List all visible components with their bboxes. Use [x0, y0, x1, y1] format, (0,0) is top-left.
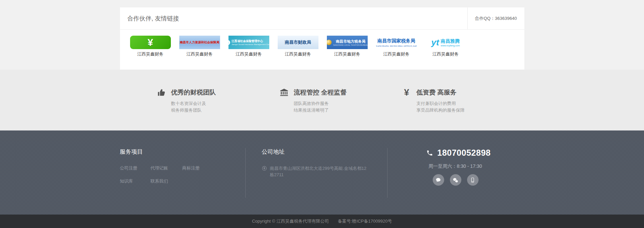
feature-title: 流程管控 全程监督 [294, 88, 347, 97]
partner-logos-row: ¥ 江西昊鑫财务 南昌市人力资源和社会保障局 江西昊鑫财务 S 江西省社会保险管… [120, 30, 524, 57]
business-hours: 周一至周六：8:30 - 17:30 [429, 163, 524, 169]
company-address: 南昌市青山湖区洪都北大道299号高能.金域名都12栋2711 [270, 165, 370, 178]
partners-header: 合作伙伴, 友情链接 合作QQ：363639640 [120, 7, 524, 30]
thumbs-up-icon [156, 88, 166, 97]
footer-link-trademark[interactable]: 商标注册 [182, 165, 245, 171]
banner-subtitle: www.ncyteng.com [441, 44, 460, 47]
social-icons-row [433, 174, 524, 186]
feature-low-fee: ¥ 低资费 高服务 支付兼职会计的费用 享受品牌机构的服务保障 [402, 88, 524, 114]
footer-link-bookkeeping[interactable]: 代理记账 [151, 165, 182, 171]
bank-icon [279, 88, 289, 97]
mobile-button[interactable] [467, 174, 479, 186]
top-section: 合作伙伴, 友情链接 合作QQ：363639640 ¥ 江西昊鑫财务 南昌市人力… [0, 0, 644, 70]
partner-logo-caption: 江西昊鑫财务 [425, 51, 466, 57]
feature-tax-team: 优秀的财税团队 数十名资深会计及 税务师服务团队 [156, 88, 279, 114]
partner-logo-image: S 江西省社会保险管理中心 Jiangxi Social Insurance M… [228, 36, 269, 49]
partners-title: 合作伙伴, 友情链接 [120, 7, 179, 29]
copyright-text: Copyright © 江西昊鑫税务代理有限公司 [252, 218, 329, 224]
banner-title: 江西省社会保险管理中心 [232, 39, 269, 43]
chat-bubble-icon [435, 177, 441, 183]
partner-logo-yateng[interactable]: yt 南昌雅腾 www.ncyteng.com 江西昊鑫财务 [425, 36, 466, 57]
location-pin-icon [262, 166, 267, 171]
partner-logo-image: yt 南昌雅腾 www.ncyteng.com [425, 36, 466, 49]
feature-description: 数十名资深会计及 税务师服务团队 [171, 100, 279, 114]
footer-services-column: 服务项目 公司注册 代理记账 商标注册 知识库 联系我们 [120, 148, 245, 198]
site-footer: 服务项目 公司注册 代理记账 商标注册 知识库 联系我们 公司地址 南昌市青山湖… [0, 130, 644, 215]
partner-logo-local-tax[interactable]: 南昌市地方税务局 NANCHANG LOCAL TAXATION BUREAU … [327, 36, 368, 57]
banner-title: 南昌雅腾 [441, 38, 460, 44]
footer-link-company-registration[interactable]: 公司注册 [120, 165, 151, 171]
partner-logo-image: ¥ [130, 36, 171, 49]
feature-description: 支付兼职会计的费用 享受品牌机构的服务保障 [417, 100, 524, 114]
banner-title: 南昌市人力资源和社会保障局 [180, 40, 219, 45]
partner-logo-national-tax[interactable]: 南昌市国家税务局 NANCHANG MUNICIPAL OFFICE,SAT 江… [376, 36, 417, 57]
wechat-button[interactable] [450, 174, 461, 186]
qq-chat-button[interactable] [433, 174, 444, 186]
banner-subtitle: NANCHANG LOCAL TAXATION BUREAU [333, 44, 368, 46]
yuan-icon: ¥ [402, 88, 412, 97]
feature-title: 优秀的财税团队 [171, 88, 216, 97]
partner-logo-image: 南昌市人力资源和社会保障局 [179, 36, 220, 49]
icp-license-link[interactable]: 备案号:赣ICP备17009920号 [338, 218, 392, 224]
partner-logo-caption: 江西昊鑫财务 [278, 51, 318, 57]
banner-title: 南昌市国家税务局 [377, 38, 415, 44]
partner-logo-finance-bureau[interactable]: 南昌市财政局 江西昊鑫财务 [278, 36, 318, 57]
banner-title: 南昌市财政局 [285, 39, 311, 45]
footer-link-knowledge-base[interactable]: 知识库 [120, 178, 151, 184]
footer-link-contact-us[interactable]: 联系我们 [151, 178, 182, 184]
partners-panel: 合作伙伴, 友情链接 合作QQ：363639640 ¥ 江西昊鑫财务 南昌市人力… [120, 7, 524, 70]
phone-number: 18070052898 [437, 148, 491, 158]
features-band: 优秀的财税团队 数十名资深会计及 税务师服务团队 流程管控 全程监督 团队高效协… [0, 70, 644, 130]
banner-subtitle: Jiangxi Social Insurance Management Cent… [232, 43, 269, 45]
services-heading: 服务项目 [120, 148, 245, 156]
banner-subtitle: NANCHANG MUNICIPAL OFFICE,SAT [376, 45, 417, 47]
partner-logo-caption: 江西昊鑫财务 [179, 51, 220, 57]
partner-logo-caption: 江西昊鑫财务 [376, 51, 417, 57]
yt-monogram-icon: yt [431, 38, 439, 47]
feature-process-control: 流程管控 全程监督 团队高效协作服务 结果推送清晰明了 [279, 88, 402, 114]
partner-logo-image: 南昌市国家税务局 NANCHANG MUNICIPAL OFFICE,SAT [376, 36, 417, 49]
footer-address-column: 公司地址 南昌市青山湖区洪都北大道299号高能.金域名都12栋2711 [246, 148, 387, 198]
address-heading: 公司地址 [262, 148, 387, 156]
partner-logo-caption: 江西昊鑫财务 [228, 51, 269, 57]
banner-title: 南昌市地方税务局 [333, 39, 368, 44]
feature-description: 团队高效协作服务 结果推送清晰明了 [294, 100, 402, 114]
mobile-phone-icon [469, 177, 476, 183]
copyright-bar: Copyright © 江西昊鑫税务代理有限公司 备案号:赣ICP备170099… [0, 215, 644, 228]
s-badge-icon: S [228, 40, 230, 45]
yuan-emblem-icon: ¥ [148, 38, 153, 47]
partner-logo-caption: 江西昊鑫财务 [130, 51, 171, 57]
partner-logo-hr-social-security[interactable]: 南昌市人力资源和社会保障局 江西昊鑫财务 [179, 36, 220, 57]
wechat-icon [452, 177, 459, 183]
phone-icon [426, 150, 433, 156]
footer-contact-column: 18070052898 周一至周六：8:30 - 17:30 [388, 148, 524, 198]
gold-emblem-icon [327, 40, 332, 45]
feature-title: 低资费 高服务 [417, 88, 457, 97]
partner-logo-image: 南昌市地方税务局 NANCHANG LOCAL TAXATION BUREAU [327, 36, 368, 49]
partner-logo-haoxin[interactable]: ¥ 江西昊鑫财务 [130, 36, 171, 57]
partner-logo-social-insurance[interactable]: S 江西省社会保险管理中心 Jiangxi Social Insurance M… [228, 36, 269, 57]
partner-logo-caption: 江西昊鑫财务 [327, 51, 368, 57]
partner-qq-label: 合作QQ：363639640 [467, 7, 524, 29]
partner-logo-image: 南昌市财政局 [278, 36, 318, 49]
